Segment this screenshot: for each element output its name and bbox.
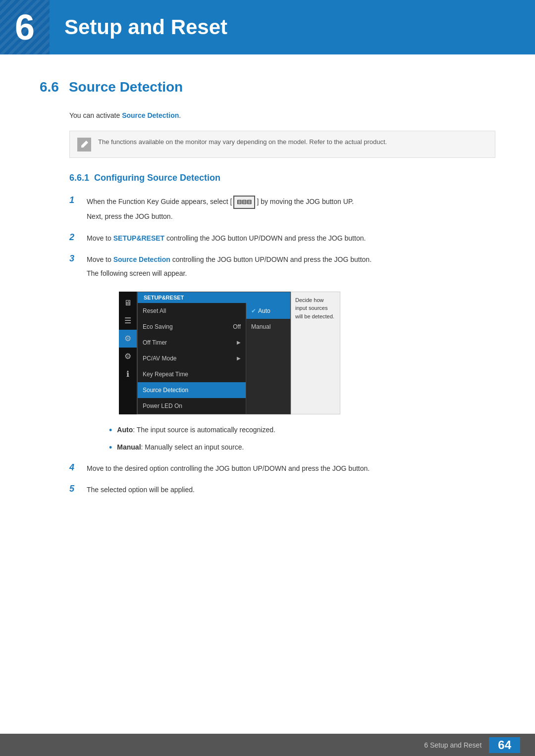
menu-row-eco-saving: Eco SavingOff bbox=[138, 319, 246, 335]
step-5: 5 The selected option will be applied. bbox=[69, 484, 495, 498]
subsection-number: 6.6.1 bbox=[69, 173, 94, 183]
step-content-4: Move to the desired option controlling t… bbox=[87, 463, 370, 477]
section-heading: 6.6 Source Detection bbox=[40, 79, 495, 95]
menu-row-source-detection: Source Detection bbox=[138, 382, 246, 398]
step-content-2: Move to SETUP&RESET controlling the JOG … bbox=[87, 233, 366, 247]
steps-list: 1 When the Function Key Guide appears, s… bbox=[69, 196, 495, 498]
jog-icon: ⊟⊟⊟ bbox=[233, 196, 255, 208]
step-number-3: 3 bbox=[69, 253, 84, 264]
menu-screenshot: 🖥 ☰ ⚙ ⚙ ℹ SETUP&RESET Reset All Eco Savi… bbox=[119, 292, 495, 414]
chapter-number-box: 6 bbox=[0, 0, 50, 54]
bullet-auto-text: : The input source is automatically reco… bbox=[133, 426, 275, 434]
subsection-heading: 6.6.1 Configuring Source Detection bbox=[69, 173, 495, 183]
step3-bold: Source Detection bbox=[113, 255, 170, 263]
bullet-manual-term: Manual bbox=[117, 443, 141, 451]
menu-row-off-timer: Off Timer▶ bbox=[138, 335, 246, 351]
menu-icon-gear: ⚙ bbox=[119, 348, 137, 365]
bullet-item-auto: • Auto: The input source is automaticall… bbox=[109, 424, 495, 438]
menu-icons-column: 🖥 ☰ ⚙ ⚙ ℹ bbox=[119, 292, 137, 414]
menu-icon-settings-active: ⚙ bbox=[119, 330, 137, 348]
step-number-1: 1 bbox=[69, 195, 84, 205]
step2-bold: SETUP&RESET bbox=[113, 234, 164, 242]
menu-icon-monitor: 🖥 bbox=[119, 294, 137, 312]
pencil-icon bbox=[79, 140, 89, 150]
step-1: 1 When the Function Key Guide appears, s… bbox=[69, 196, 495, 224]
step-number-4: 4 bbox=[69, 462, 84, 473]
step-number-2: 2 bbox=[69, 232, 84, 243]
step-content-5: The selected option will be applied. bbox=[87, 484, 195, 498]
footer-page-number: 64 bbox=[489, 737, 520, 753]
header-banner: 6 Setup and Reset bbox=[0, 0, 535, 54]
bullet-list: • Auto: The input source is automaticall… bbox=[109, 424, 495, 455]
tooltip-box: Decide how input sources will be detecte… bbox=[291, 292, 340, 414]
step-content-1: When the Function Key Guide appears, sel… bbox=[87, 196, 354, 224]
menu-row-pcav-mode: PC/AV Mode▶ bbox=[138, 351, 246, 366]
note-icon bbox=[77, 138, 91, 151]
intro-paragraph: You can activate Source Detection. bbox=[69, 110, 495, 121]
step-4: 4 Move to the desired option controlling… bbox=[69, 463, 495, 477]
note-box: The functions available on the monitor m… bbox=[69, 131, 495, 158]
submenu-row-manual: Manual bbox=[246, 319, 290, 335]
submenu-row-auto: ✔ Auto bbox=[246, 303, 290, 319]
step-number-5: 5 bbox=[69, 484, 84, 494]
intro-prefix: You can activate bbox=[69, 111, 122, 119]
step-2: 2 Move to SETUP&RESET controlling the JO… bbox=[69, 233, 495, 247]
intro-suffix: . bbox=[179, 111, 181, 119]
menu-row-power-led: Power LED On bbox=[138, 398, 246, 414]
bullet-item-manual: • Manual: Manually select an input sourc… bbox=[109, 442, 495, 455]
menu-icon-info: ℹ bbox=[119, 365, 137, 383]
menu-body: Reset All Eco SavingOff Off Timer▶ PC/AV… bbox=[138, 303, 290, 414]
menu-icon-lines: ☰ bbox=[119, 312, 137, 330]
menu-row-key-repeat: Key Repeat Time bbox=[138, 366, 246, 382]
bullet-auto-term: Auto bbox=[117, 426, 133, 434]
menu-items-column: Reset All Eco SavingOff Off Timer▶ PC/AV… bbox=[138, 303, 246, 414]
menu-row-reset-all: Reset All bbox=[138, 303, 246, 319]
footer: 6 Setup and Reset 64 bbox=[0, 734, 535, 756]
submenu-panel: ✔ Auto Manual bbox=[246, 303, 290, 414]
section-number: 6.6 bbox=[40, 79, 59, 95]
section-title: Source Detection bbox=[69, 79, 183, 95]
intro-highlight: Source Detection bbox=[122, 111, 179, 119]
note-text: The functions available on the monitor m… bbox=[98, 137, 387, 147]
step-3: 3 Move to Source Detection controlling t… bbox=[69, 254, 495, 282]
menu-header: SETUP&RESET bbox=[138, 292, 290, 303]
checkmark-icon: ✔ bbox=[251, 307, 256, 314]
chapter-number: 6 bbox=[15, 7, 35, 48]
footer-text: 6 Setup and Reset bbox=[424, 741, 482, 749]
main-content: 6.6 Source Detection You can activate So… bbox=[0, 54, 535, 546]
bullet-dot-manual: • bbox=[109, 441, 112, 455]
bullet-dot-auto: • bbox=[109, 423, 112, 438]
bullet-manual-text: : Manually select an input source. bbox=[141, 443, 244, 451]
step-content-3: Move to Source Detection controlling the… bbox=[87, 254, 372, 282]
subsection-title: Configuring Source Detection bbox=[94, 173, 220, 183]
menu-panel: SETUP&RESET Reset All Eco SavingOff Off … bbox=[137, 292, 291, 414]
chapter-title: Setup and Reset bbox=[64, 15, 227, 39]
